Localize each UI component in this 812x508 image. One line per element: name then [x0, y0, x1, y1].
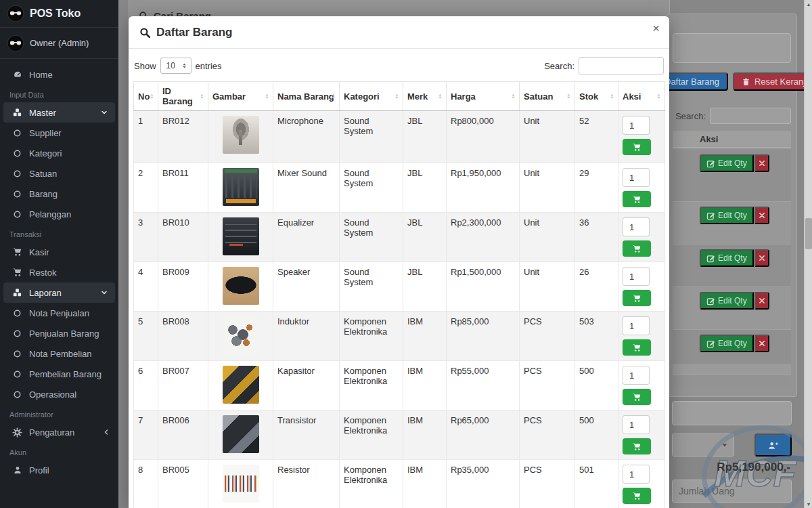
- payment-input[interactable]: [672, 401, 792, 425]
- add-to-cart-button[interactable]: [623, 240, 651, 257]
- edit-qty-button[interactable]: Edit Qty: [700, 154, 754, 172]
- qty-input[interactable]: [623, 366, 650, 385]
- sidebar-menu: HomeInput DataMasterSupplierKategoriSatu…: [0, 59, 118, 480]
- qty-input[interactable]: [623, 217, 650, 236]
- qty-input[interactable]: [623, 415, 650, 434]
- sidebar-item-kasir[interactable]: Kasir: [0, 242, 118, 262]
- column-header-kategori[interactable]: Kategori: [340, 82, 403, 111]
- sidebar-section-label: Akun: [0, 442, 118, 460]
- column-header-merk[interactable]: Merk: [403, 82, 447, 111]
- sidebar-item-restok[interactable]: Restok: [0, 262, 118, 282]
- sort-icon: [437, 92, 443, 100]
- scroll-up-arrow[interactable]: ▲: [805, 0, 812, 8]
- sidebar-item-pengaturan[interactable]: Pengaturan: [0, 422, 118, 442]
- aksi-column-header: Aksi: [700, 134, 718, 144]
- microphone-photo: [223, 116, 259, 154]
- remove-item-button[interactable]: [754, 207, 769, 224]
- add-to-cart-button[interactable]: [623, 339, 651, 356]
- remove-item-button[interactable]: [754, 292, 769, 310]
- column-header-aksi[interactable]: Aksi: [618, 82, 665, 111]
- qty-input[interactable]: [623, 168, 650, 187]
- scroll-down-arrow[interactable]: ▼: [805, 500, 812, 508]
- sidebar-item-barang[interactable]: Barang: [0, 184, 118, 204]
- remove-item-button[interactable]: [754, 249, 769, 267]
- user-panel: Owner (Admin): [0, 28, 118, 59]
- page-scrollbar[interactable]: ▲ ▼: [804, 0, 812, 508]
- edit-qty-button[interactable]: Edit Qty: [700, 335, 754, 352]
- column-header-no[interactable]: No: [134, 82, 158, 111]
- reset-keranjang-button[interactable]: Reset Keranjang: [733, 72, 804, 91]
- qty-input[interactable]: [623, 316, 650, 335]
- customer-select[interactable]: [672, 433, 734, 457]
- jumlah-uang-input[interactable]: [672, 480, 792, 503]
- add-to-cart-button[interactable]: [623, 389, 651, 405]
- equalizer-photo: [223, 217, 259, 255]
- search-label: Search:: [544, 61, 574, 71]
- edit-qty-button[interactable]: Edit Qty: [700, 249, 754, 267]
- show-label: Show: [134, 61, 156, 71]
- sidebar-item-nota-pembelian[interactable]: Nota Pembelian: [0, 343, 118, 364]
- edit-qty-button[interactable]: Edit Qty: [700, 207, 754, 224]
- item-unit: PCS: [520, 460, 575, 508]
- sidebar-item-label: Satuan: [29, 169, 57, 179]
- column-header-satuan[interactable]: Satuan: [520, 82, 575, 111]
- column-header-stok[interactable]: Stok: [575, 82, 618, 111]
- sidebar-item-master[interactable]: Master: [3, 102, 115, 123]
- column-header-id-barang[interactable]: ID Barang: [158, 82, 208, 111]
- sidebar-item-nota-penjualan[interactable]: Nota Penjualan: [0, 303, 118, 323]
- cart-icon: [632, 343, 641, 352]
- gear-icon: [12, 427, 23, 438]
- item-unit: PCS: [520, 361, 575, 410]
- sidebar-item-supplier[interactable]: Supplier: [0, 123, 118, 143]
- item-stock: 52: [575, 111, 618, 163]
- item-stock: 36: [575, 213, 618, 262]
- page-length-select[interactable]: 10: [160, 58, 191, 74]
- remove-item-button[interactable]: [754, 335, 769, 352]
- remove-item-button[interactable]: [754, 154, 769, 172]
- item-id: BR011: [158, 163, 208, 213]
- sidebar-item-penjualan-barang[interactable]: Penjualan Barang: [0, 323, 118, 343]
- cart-search-input[interactable]: [710, 108, 791, 124]
- add-to-cart-button[interactable]: [623, 191, 651, 207]
- add-to-cart-button[interactable]: [623, 290, 651, 306]
- item-name: Kapasitor: [273, 361, 340, 410]
- column-header-harga[interactable]: Harga: [447, 82, 520, 111]
- table-search-input[interactable]: [579, 57, 664, 75]
- column-header-gambar[interactable]: Gambar: [208, 82, 273, 111]
- item-no: 2: [134, 163, 158, 213]
- trash-icon: [742, 77, 750, 87]
- sidebar: POS Toko Owner (Admin) HomeInput DataMas…: [0, 0, 118, 508]
- sidebar-item-laporan[interactable]: Laporan: [3, 282, 115, 303]
- circle-icon: [12, 348, 23, 359]
- add-to-cart-button[interactable]: [623, 438, 651, 454]
- item-stock: 26: [575, 262, 618, 312]
- cari-barang-input[interactable]: [673, 33, 791, 63]
- item-id: BR005: [158, 460, 208, 508]
- sidebar-item-kategori[interactable]: Kategori: [0, 143, 118, 163]
- sidebar-item-label: Barang: [29, 189, 58, 199]
- sidebar-item-pelanggan[interactable]: Pelanggan: [0, 204, 118, 224]
- item-unit: Unit: [520, 163, 575, 213]
- add-to-cart-button[interactable]: [623, 488, 651, 504]
- item-id: BR012: [158, 111, 208, 163]
- sidebar-item-operasional[interactable]: Operasional: [0, 384, 118, 404]
- sidebar-item-satuan[interactable]: Satuan: [0, 163, 118, 184]
- item-stock: 501: [575, 460, 618, 508]
- qty-input[interactable]: [623, 465, 650, 484]
- qty-input[interactable]: [623, 267, 650, 286]
- add-to-cart-button[interactable]: [623, 139, 651, 155]
- scrollbar-thumb[interactable]: [805, 218, 812, 249]
- close-icon[interactable]: ×: [652, 22, 660, 35]
- column-header-nama-barang[interactable]: Nama Barang: [273, 82, 340, 111]
- add-customer-button[interactable]: [754, 433, 792, 457]
- sidebar-item-profil[interactable]: Profil: [0, 460, 118, 480]
- qty-input[interactable]: [623, 116, 650, 135]
- sidebar-item-label: Master: [29, 108, 56, 118]
- edit-icon: [706, 211, 715, 220]
- item-stock: 500: [575, 361, 618, 410]
- item-brand: JBL: [403, 163, 447, 213]
- sidebar-item-pembelian-barang[interactable]: Pembelian Barang: [0, 364, 118, 384]
- edit-qty-button[interactable]: Edit Qty: [700, 292, 754, 310]
- search-icon: [139, 27, 151, 39]
- sidebar-item-home[interactable]: Home: [0, 64, 118, 85]
